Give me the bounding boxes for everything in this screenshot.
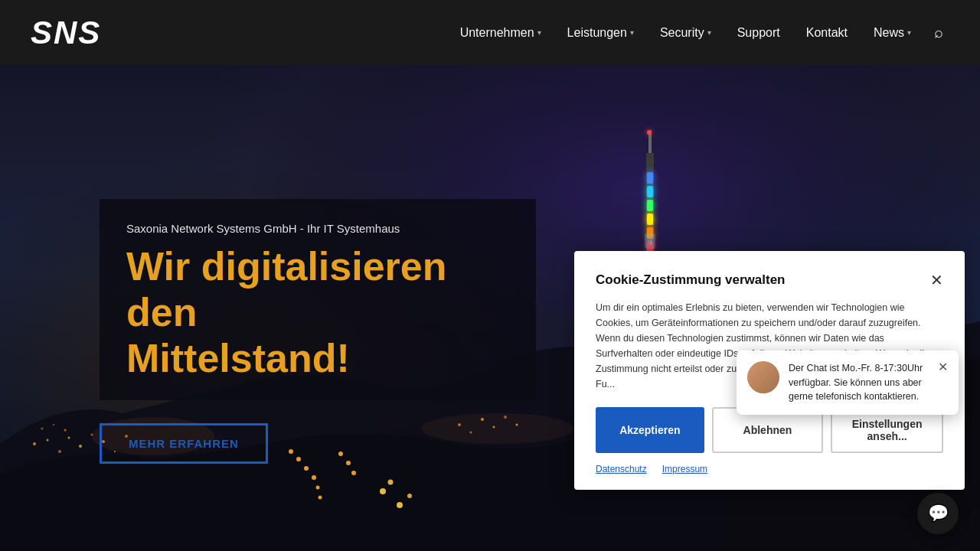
chevron-down-icon: ▾: [630, 28, 634, 37]
cookie-accept-button[interactable]: Akzeptieren: [596, 407, 704, 453]
chat-icon: 💬: [928, 504, 949, 523]
datenschutz-link[interactable]: Datenschutz: [596, 464, 647, 474]
chat-agent-avatar: [747, 361, 779, 393]
hero-subtitle: Saxonia Network Systems GmbH - Ihr IT Sy…: [126, 222, 509, 235]
header: SNS Unternehmen ▾ Leistungen ▾ Security …: [0, 0, 980, 65]
logo[interactable]: SNS: [31, 15, 101, 51]
main-nav: Unternehmen ▾ Leistungen ▾ Security ▾ Su…: [451, 18, 949, 47]
nav-news[interactable]: News ▾: [864, 20, 920, 46]
nav-security[interactable]: Security ▾: [651, 20, 720, 46]
nav-support[interactable]: Support: [728, 20, 789, 46]
chevron-down-icon: ▾: [707, 28, 711, 37]
chat-popup-close-button[interactable]: ✕: [938, 360, 948, 374]
nav-kontakt[interactable]: Kontakt: [797, 20, 857, 46]
chevron-down-icon: ▾: [907, 28, 911, 37]
hero-content: Saxonia Network Systems GmbH - Ihr IT Sy…: [100, 65, 536, 464]
cookie-title: Cookie-Zustimmung verwalten: [596, 272, 785, 288]
cookie-links: Datenschutz Impressum: [596, 464, 943, 474]
hero-title: Wir digitalisieren den Mittelstand!: [126, 244, 509, 381]
cookie-header: Cookie-Zustimmung verwalten ✕: [596, 272, 943, 288]
nav-leistungen[interactable]: Leistungen ▾: [558, 20, 643, 46]
chat-popup: Der Chat ist Mo.-Fr. 8-17:30Uhr verfügba…: [737, 350, 959, 415]
chat-avatar: [747, 361, 779, 393]
cookie-close-button[interactable]: ✕: [930, 272, 943, 288]
search-icon[interactable]: ⌕: [928, 18, 949, 47]
impressum-link[interactable]: Impressum: [662, 464, 707, 474]
nav-unternehmen[interactable]: Unternehmen ▾: [451, 20, 550, 46]
hero-section: :) Saxonia Network Systems GmbH - Ihr IT…: [0, 0, 980, 551]
mehr-erfahren-button[interactable]: MEHR ERFAHREN: [100, 423, 268, 464]
chat-popup-text: Der Chat ist Mo.-Fr. 8-17:30Uhr verfügba…: [789, 361, 929, 404]
chat-open-button[interactable]: 💬: [917, 493, 959, 534]
hero-text-box: Saxonia Network Systems GmbH - Ihr IT Sy…: [100, 199, 536, 400]
chevron-down-icon: ▾: [537, 28, 541, 37]
